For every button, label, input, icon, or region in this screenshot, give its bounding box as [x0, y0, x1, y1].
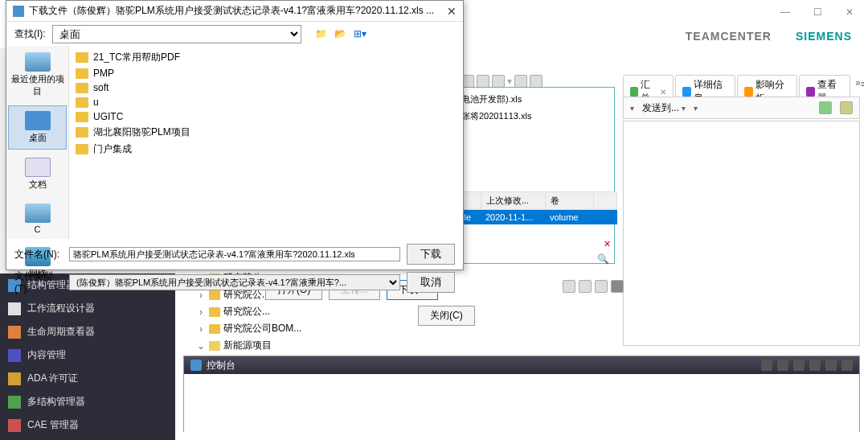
- panel-tool1-icon[interactable]: [563, 280, 575, 293]
- documents-icon: [25, 158, 51, 177]
- file-item[interactable]: 蓄张将20201113.xls: [450, 108, 611, 125]
- close-button[interactable]: 关闭(C): [418, 306, 475, 326]
- close-icon[interactable]: ✕: [837, 6, 862, 18]
- cell-modified: 2020-11-1...: [481, 210, 545, 224]
- sidebar-label: CAE 管理器: [27, 418, 79, 432]
- key-icon: [8, 372, 21, 385]
- tool-icon1[interactable]: [819, 101, 832, 114]
- console-tool4-icon[interactable]: [809, 360, 821, 371]
- console-title: 控制台: [207, 359, 235, 372]
- sidebar-label: 工作流程设计器: [27, 302, 95, 315]
- console-panel: 控制台: [183, 356, 860, 432]
- col-modified[interactable]: 上次修改...: [481, 192, 546, 209]
- tool-icon2[interactable]: [840, 101, 853, 114]
- cell-volume: volume: [545, 210, 593, 224]
- up-folder-icon[interactable]: 📁: [314, 27, 329, 41]
- folder-item[interactable]: 门户集成: [76, 141, 457, 158]
- panel-tool3-icon[interactable]: [595, 280, 608, 293]
- folder-item[interactable]: UGITC: [76, 109, 457, 124]
- filename-input[interactable]: [69, 247, 400, 261]
- places-drive-c[interactable]: C: [6, 197, 68, 241]
- console-tool2-icon[interactable]: [777, 360, 788, 371]
- dialog-filelist[interactable]: 21_TC常用帮助PDF PMP soft u UGITC 湖北襄阳骆驼PLM项…: [69, 46, 463, 239]
- console-min-icon[interactable]: [825, 360, 837, 371]
- folder-open-icon: [209, 341, 220, 351]
- panel-tool2-icon[interactable]: [579, 280, 592, 293]
- dialog-bottom: 文件名(N): 下载 文件类型(T): (陈俊辉）骆驼PLM系统用户接受测试状态…: [6, 239, 463, 299]
- expand-icon[interactable]: ›: [196, 323, 206, 335]
- nav-plus-icon[interactable]: [477, 75, 489, 88]
- places-label: 桌面: [29, 132, 47, 144]
- maximize-icon[interactable]: ☐: [805, 6, 829, 18]
- tree-item[interactable]: ⌄ 新能源项目: [193, 337, 434, 354]
- folder-item[interactable]: PMP: [76, 66, 457, 80]
- folder-icon: [76, 127, 88, 138]
- console-tool1-icon[interactable]: [761, 360, 772, 371]
- console-tool3-icon[interactable]: [793, 360, 805, 371]
- tree-label: 研究院公...: [223, 305, 270, 319]
- lifecycle-icon: [8, 326, 21, 339]
- nav-grid-icon[interactable]: [492, 75, 505, 88]
- file-item[interactable]: x: [450, 141, 611, 155]
- dialog-cancel-button[interactable]: 取消: [407, 272, 455, 293]
- folder-item[interactable]: 湖北襄阳骆驼PLM项目: [76, 124, 457, 141]
- sidebar-label: 生命周期查看器: [27, 325, 95, 339]
- console-body[interactable]: [184, 374, 859, 433]
- file-download-dialog: 下载文件（陈俊辉）骆驼PLM系统用户接受测试状态记录表-v4.1?富液乘用车?2…: [6, 0, 464, 270]
- console-header-icons: [761, 360, 853, 371]
- dropdown1[interactable]: [630, 102, 634, 113]
- folder-item[interactable]: soft: [76, 80, 457, 95]
- nav-window2-icon[interactable]: [530, 75, 542, 88]
- view-mode-icon[interactable]: ⊞▾: [353, 27, 367, 41]
- places-recent[interactable]: 最近使用的项目: [6, 46, 68, 104]
- filename-row: 文件名(N): 下载: [14, 244, 455, 265]
- folder-icon: [209, 324, 220, 334]
- tree-item[interactable]: › 研究院公司BOM...: [193, 320, 434, 337]
- nav-window-icon[interactable]: [514, 75, 527, 88]
- console-header: 控制台: [184, 356, 859, 374]
- tab-close-icon[interactable]: ✕: [660, 88, 666, 97]
- places-label: 最近使用的项目: [10, 73, 65, 97]
- folder-name: 门户集成: [93, 142, 132, 156]
- sidebar-item-content[interactable]: 内容管理: [0, 343, 175, 367]
- folder-icon: [76, 68, 88, 79]
- desktop-icon: [25, 111, 51, 130]
- places-desktop[interactable]: 桌面: [8, 105, 67, 150]
- places-documents[interactable]: 文档: [6, 151, 68, 197]
- send-to-dropdown[interactable]: 发送到...: [642, 101, 686, 115]
- filetype-dropdown[interactable]: (陈俊辉）骆驼PLM系统用户接受测试状态记录表-v4.1?富液乘用车?...: [69, 274, 400, 290]
- panel-tool-icons: [563, 280, 624, 293]
- console-max-icon[interactable]: [841, 360, 853, 371]
- search-icon[interactable]: 🔍: [597, 253, 609, 265]
- lookin-dropdown[interactable]: 桌面: [52, 25, 301, 43]
- folder-icon: [76, 52, 88, 63]
- dropdown3[interactable]: [694, 102, 698, 113]
- dialog-close-icon[interactable]: ✕: [447, 5, 457, 18]
- dialog-title: 下载文件（陈俊辉）骆驼PLM系统用户接受测试状态记录表-v4.1?富液乘用车?2…: [13, 4, 434, 18]
- panel-close-icon[interactable]: [611, 280, 624, 293]
- folder-item[interactable]: 21_TC常用帮助PDF: [76, 49, 457, 66]
- col-volume[interactable]: 卷: [546, 192, 594, 209]
- sidebar-item-multistruct[interactable]: 多结构管理器: [0, 390, 175, 413]
- sidebar-item-partplanner[interactable]: 零件规划器: [0, 437, 175, 440]
- brand-siemens: SIEMENS: [796, 30, 852, 43]
- panel-close-icon[interactable]: ✕: [604, 239, 611, 249]
- sidebar-item-cae[interactable]: CAE 管理器: [0, 413, 175, 437]
- expand-icon[interactable]: ›: [196, 306, 206, 318]
- minimize-icon[interactable]: —: [773, 6, 797, 18]
- lookin-label: 查找(I):: [14, 27, 46, 41]
- dialog-download-button[interactable]: 下载: [407, 244, 455, 265]
- dialog-body: 最近使用的项目 桌面 文档 C 网络 21_TC常用帮助PDF PMP soft: [6, 46, 463, 239]
- collapse-icon[interactable]: ⌄: [196, 340, 206, 352]
- new-folder-icon[interactable]: 📂: [334, 27, 348, 41]
- folder-item[interactable]: u: [76, 95, 457, 109]
- sidebar-item-lifecycle[interactable]: 生命周期查看器: [0, 320, 175, 343]
- folder-name: 湖北襄阳骆驼PLM项目: [93, 125, 190, 139]
- tree-item[interactable]: › 研究院公...: [193, 303, 434, 320]
- sidebar-item-ada[interactable]: ADA 许可证: [0, 367, 175, 390]
- file-item[interactable]: 停电池开发部).xls: [450, 91, 611, 108]
- content-icon: [8, 349, 21, 362]
- sidebar-item-workflow[interactable]: 工作流程设计器: [0, 297, 175, 320]
- brand-teamcenter: TEAMCENTER: [686, 30, 772, 43]
- sidebar-label: 内容管理: [27, 348, 66, 362]
